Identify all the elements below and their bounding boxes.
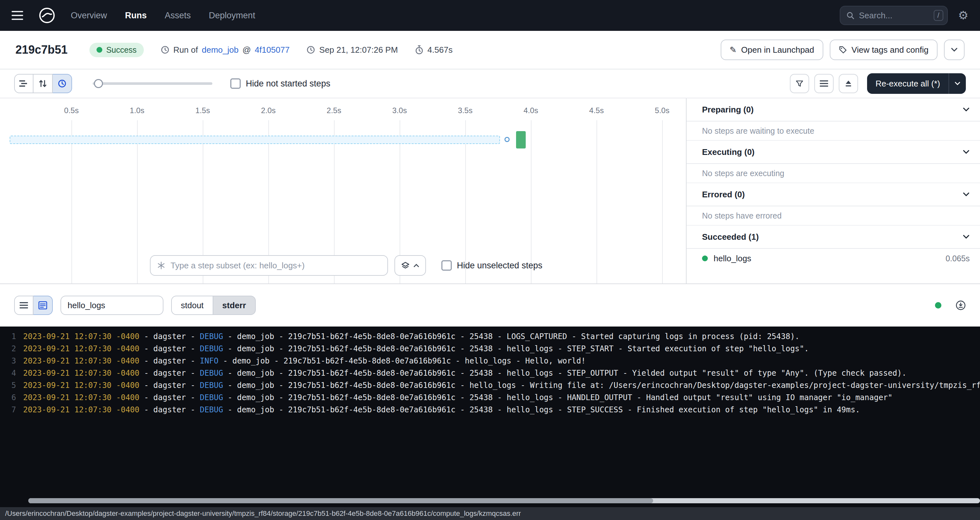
download-log-icon[interactable]	[956, 300, 966, 311]
log-step-filter-input[interactable]	[68, 301, 156, 311]
tags-button-label: View tags and config	[852, 45, 929, 55]
section-succeeded-header[interactable]: Succeeded (1)	[687, 226, 980, 249]
open-in-launchpad-button[interactable]: ✎ Open in Launchpad	[721, 40, 823, 60]
log-line-number: 1	[0, 330, 23, 342]
hamburger-menu-icon[interactable]	[9, 5, 31, 26]
clock-icon	[306, 45, 315, 54]
step-status-panel: Preparing (0) No steps are waiting to ex…	[687, 98, 980, 284]
job-link[interactable]: demo_job	[202, 45, 239, 55]
step-subset-inputbox[interactable]	[150, 255, 388, 276]
chevron-down-icon	[954, 82, 961, 86]
view-tags-config-button[interactable]: View tags and config	[830, 40, 937, 60]
nav-runs[interactable]: Runs	[125, 11, 147, 21]
section-empty-text: No steps have errored	[687, 206, 980, 226]
nav-deployment[interactable]: Deployment	[209, 11, 255, 21]
log-lines: 12023-09-21 12:07:30 -0400 - dagster - D…	[0, 330, 980, 416]
gantt-bar-hello-logs[interactable]	[516, 131, 526, 149]
eject-collapse-icon[interactable]	[839, 74, 858, 93]
log-line-text: 2023-09-21 12:07:30 -0400 - dagster - DE…	[23, 392, 892, 404]
section-preparing-header[interactable]: Preparing (0)	[687, 98, 980, 122]
structured-log-view-icon[interactable]	[14, 296, 33, 315]
status-label: Success	[106, 45, 137, 55]
waterfall-view-icon[interactable]	[33, 74, 53, 93]
log-step-filter[interactable]	[60, 296, 164, 315]
slider-knob[interactable]	[94, 79, 103, 88]
log-line: 52023-09-21 12:07:30 -0400 - dagster - D…	[0, 379, 980, 392]
chevron-up-icon	[413, 263, 420, 267]
main-nav-links: Overview Runs Assets Deployment	[71, 11, 255, 21]
log-line-number: 6	[0, 392, 23, 404]
tab-stderr[interactable]: stderr	[213, 296, 256, 315]
log-file-path: /Users/erincochran/Desktop/dagster-examp…	[5, 509, 521, 518]
section-executing-header[interactable]: Executing (0)	[687, 141, 980, 164]
axis-tick-label: 5.0s	[655, 106, 669, 115]
hide-not-started-checkbox[interactable]	[231, 78, 241, 89]
chevron-down-icon[interactable]	[963, 150, 970, 154]
gantt-event-marker[interactable]	[504, 137, 510, 142]
nav-assets[interactable]: Assets	[165, 11, 191, 21]
step-subset-input[interactable]	[170, 261, 381, 271]
run-actions-dropdown-button[interactable]	[944, 40, 964, 60]
run-duration: 4.567s	[428, 45, 453, 55]
axis-tick-label: 4.0s	[523, 106, 538, 115]
nav-overview[interactable]: Overview	[71, 11, 107, 21]
run-timestamp: Sep 21, 12:07:26 PM	[319, 45, 398, 55]
axis-tick-label: 3.0s	[392, 106, 407, 115]
raw-log-view-icon[interactable]	[33, 296, 53, 315]
axis-tick-label: 4.5s	[589, 106, 604, 115]
timed-view-icon[interactable]	[53, 74, 72, 93]
graph-query-toggle-button[interactable]	[395, 255, 426, 276]
search-shortcut-key: /	[934, 10, 943, 21]
log-line-number: 7	[0, 404, 23, 416]
gantt-waiting-bar[interactable]	[10, 136, 500, 144]
section-empty-text: No steps are waiting to execute	[687, 122, 980, 141]
status-bar: /Users/erincochran/Desktop/dagster-examp…	[0, 507, 980, 520]
filter-funnel-icon[interactable]	[790, 74, 809, 93]
hide-unselected-checkbox[interactable]	[441, 260, 452, 271]
log-line-number: 2	[0, 342, 23, 355]
hide-not-started-checkbox-row: Hide not started steps	[231, 78, 331, 89]
axis-tick-label: 2.5s	[326, 106, 341, 115]
global-search[interactable]: /	[840, 6, 948, 25]
flat-view-icon[interactable]	[14, 74, 33, 93]
section-errored-header[interactable]: Errored (0)	[687, 183, 980, 206]
succeeded-step-row[interactable]: hello_logs 0.065s	[687, 249, 980, 268]
log-horizontal-scrollbar[interactable]	[28, 498, 980, 503]
log-line-number: 5	[0, 379, 23, 392]
snapshot-link[interactable]: 4f105077	[255, 45, 290, 55]
gantt-zoom-slider[interactable]	[93, 74, 212, 93]
gridline	[662, 120, 663, 284]
chevron-down-icon[interactable]	[963, 235, 970, 239]
run-body: Hide unselected steps 0.5s1.0s1.5s2.0s2.…	[0, 98, 980, 284]
log-capture-status-dot	[935, 302, 942, 309]
hide-not-started-label: Hide not started steps	[246, 79, 331, 89]
log-line-text: 2023-09-21 12:07:30 -0400 - dagster - DE…	[23, 342, 809, 355]
at-symbol: @	[242, 45, 251, 55]
tab-stdout[interactable]: stdout	[171, 296, 213, 315]
dagster-logo[interactable]	[36, 5, 58, 26]
tag-icon	[839, 46, 847, 54]
reexecute-all-button[interactable]: Re-execute all (*)	[867, 73, 966, 94]
row-density-icon[interactable]	[814, 74, 834, 93]
chevron-down-icon[interactable]	[963, 192, 970, 197]
gridline	[137, 120, 138, 284]
dagster-run-page: Overview Runs Assets Deployment / ⚙ 219c…	[0, 0, 980, 520]
axis-tick-label: 1.5s	[195, 106, 210, 115]
log-line-text: 2023-09-21 12:07:30 -0400 - dagster - DE…	[23, 379, 980, 392]
run-id-title: 219c7b51	[16, 43, 68, 57]
search-input[interactable]	[859, 11, 929, 21]
slider-track	[93, 82, 212, 85]
log-view-toggle-group	[14, 296, 53, 315]
scrollbar-thumb[interactable]	[28, 498, 653, 503]
settings-gear-icon[interactable]: ⚙	[958, 10, 969, 21]
section-empty-text: No steps are executing	[687, 164, 980, 183]
reexecute-label: Re-execute all (*)	[867, 73, 948, 94]
axis-tick-label: 3.5s	[458, 106, 472, 115]
reexecute-dropdown-chevron[interactable]	[949, 73, 966, 94]
log-view-icon-buttons	[790, 74, 858, 93]
op-selector-icon	[157, 261, 165, 270]
chevron-down-icon[interactable]	[963, 107, 970, 112]
pencil-icon: ✎	[730, 45, 737, 55]
run-header: 219c7b51 Success Run of demo_job @ 4f105…	[0, 31, 980, 70]
axis-tick-label: 0.5s	[64, 106, 78, 115]
